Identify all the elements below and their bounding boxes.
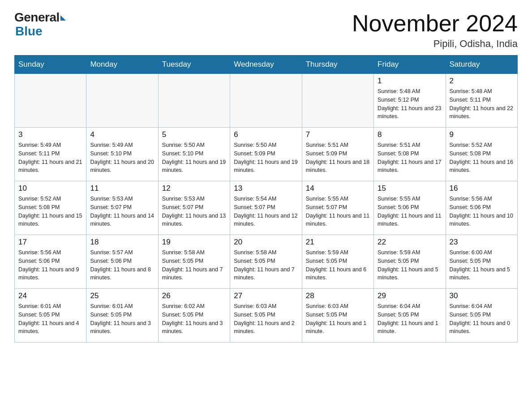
calendar-cell [302,74,373,128]
day-info: Sunrise: 5:52 AMSunset: 5:08 PMDaylight:… [18,195,82,228]
calendar-cell [15,74,86,128]
month-title: November 2024 [352,11,518,36]
weekday-header-wednesday: Wednesday [230,56,302,74]
day-number: 15 [378,184,442,193]
day-number: 30 [450,291,514,300]
weekday-header-friday: Friday [374,56,446,74]
day-info: Sunrise: 6:03 AMSunset: 5:05 PMDaylight:… [306,302,370,336]
calendar-cell: 14Sunrise: 5:55 AMSunset: 5:07 PMDayligh… [302,181,373,235]
day-info: Sunrise: 5:49 AMSunset: 5:11 PMDaylight:… [18,141,82,175]
calendar-cell: 26Sunrise: 6:02 AMSunset: 5:05 PMDayligh… [158,289,230,342]
day-info: Sunrise: 6:00 AMSunset: 5:05 PMDaylight:… [450,248,514,282]
day-number: 7 [306,130,370,139]
day-info: Sunrise: 5:59 AMSunset: 5:05 PMDaylight:… [378,248,442,282]
day-info: Sunrise: 5:57 AMSunset: 5:06 PMDaylight:… [90,248,154,282]
title-block: November 2024 Pipili, Odisha, India [352,11,518,50]
day-info: Sunrise: 6:04 AMSunset: 5:05 PMDaylight:… [450,302,514,336]
calendar-cell: 8Sunrise: 5:51 AMSunset: 5:08 PMDaylight… [374,128,446,181]
day-info: Sunrise: 5:55 AMSunset: 5:06 PMDaylight:… [378,195,442,228]
day-number: 2 [450,77,514,86]
day-number: 25 [90,291,154,300]
calendar-week-row: 1Sunrise: 5:48 AMSunset: 5:12 PMDaylight… [15,74,518,128]
calendar-cell: 22Sunrise: 5:59 AMSunset: 5:05 PMDayligh… [374,235,446,289]
day-number: 11 [90,184,154,193]
day-number: 5 [162,130,226,139]
calendar-cell: 29Sunrise: 6:04 AMSunset: 5:05 PMDayligh… [374,289,446,342]
day-info: Sunrise: 6:04 AMSunset: 5:05 PMDaylight:… [378,302,442,336]
day-info: Sunrise: 5:51 AMSunset: 5:09 PMDaylight:… [306,141,370,175]
day-info: Sunrise: 5:58 AMSunset: 5:05 PMDaylight:… [234,248,298,282]
weekday-header-row: SundayMondayTuesdayWednesdayThursdayFrid… [15,56,518,74]
calendar-cell: 9Sunrise: 5:52 AMSunset: 5:08 PMDaylight… [446,128,517,181]
location-title: Pipili, Odisha, India [352,38,518,50]
day-info: Sunrise: 6:01 AMSunset: 5:05 PMDaylight:… [18,302,82,336]
calendar-cell: 1Sunrise: 5:48 AMSunset: 5:12 PMDaylight… [374,74,446,128]
day-number: 10 [18,184,82,193]
weekday-header-saturday: Saturday [446,56,517,74]
day-info: Sunrise: 5:48 AMSunset: 5:11 PMDaylight:… [450,87,514,121]
day-info: Sunrise: 5:53 AMSunset: 5:07 PMDaylight:… [90,195,154,228]
logo: General Blue [14,11,66,39]
day-info: Sunrise: 5:59 AMSunset: 5:05 PMDaylight:… [306,248,370,282]
calendar-cell: 19Sunrise: 5:58 AMSunset: 5:05 PMDayligh… [158,235,230,289]
day-number: 8 [378,130,442,139]
calendar-cell: 28Sunrise: 6:03 AMSunset: 5:05 PMDayligh… [302,289,373,342]
day-number: 19 [162,238,226,247]
weekday-header-thursday: Thursday [302,56,373,74]
logo-general-text: General [14,11,60,25]
calendar-cell: 12Sunrise: 5:53 AMSunset: 5:07 PMDayligh… [158,181,230,235]
calendar-cell: 21Sunrise: 5:59 AMSunset: 5:05 PMDayligh… [302,235,373,289]
calendar-cell: 11Sunrise: 5:53 AMSunset: 5:07 PMDayligh… [86,181,158,235]
day-number: 22 [378,238,442,247]
calendar-cell: 27Sunrise: 6:03 AMSunset: 5:05 PMDayligh… [230,289,302,342]
calendar-cell: 7Sunrise: 5:51 AMSunset: 5:09 PMDaylight… [302,128,373,181]
day-info: Sunrise: 5:56 AMSunset: 5:06 PMDaylight:… [18,248,82,282]
day-info: Sunrise: 6:02 AMSunset: 5:05 PMDaylight:… [162,302,226,336]
calendar-cell: 20Sunrise: 5:58 AMSunset: 5:05 PMDayligh… [230,235,302,289]
day-info: Sunrise: 5:50 AMSunset: 5:10 PMDaylight:… [162,141,226,175]
day-info: Sunrise: 5:49 AMSunset: 5:10 PMDaylight:… [90,141,154,175]
day-info: Sunrise: 5:54 AMSunset: 5:07 PMDaylight:… [234,195,298,228]
page-header: General Blue November 2024 Pipili, Odish… [14,11,518,50]
day-number: 13 [234,184,298,193]
calendar-cell: 3Sunrise: 5:49 AMSunset: 5:11 PMDaylight… [15,128,86,181]
day-number: 21 [306,238,370,247]
day-number: 6 [234,130,298,139]
weekday-header-tuesday: Tuesday [158,56,230,74]
day-info: Sunrise: 5:51 AMSunset: 5:08 PMDaylight:… [378,141,442,175]
logo-blue-text: Blue [15,24,43,38]
calendar-cell: 5Sunrise: 5:50 AMSunset: 5:10 PMDaylight… [158,128,230,181]
calendar-cell: 24Sunrise: 6:01 AMSunset: 5:05 PMDayligh… [15,289,86,342]
day-number: 17 [18,238,82,247]
logo-arrow-icon [60,15,66,21]
day-info: Sunrise: 5:48 AMSunset: 5:12 PMDaylight:… [378,87,442,121]
day-number: 20 [234,238,298,247]
day-number: 3 [18,130,82,139]
calendar-cell: 16Sunrise: 5:56 AMSunset: 5:06 PMDayligh… [446,181,517,235]
calendar-cell [86,74,158,128]
weekday-header-sunday: Sunday [15,56,86,74]
day-number: 4 [90,130,154,139]
calendar-week-row: 3Sunrise: 5:49 AMSunset: 5:11 PMDaylight… [15,128,518,181]
day-info: Sunrise: 5:53 AMSunset: 5:07 PMDaylight:… [162,195,226,228]
day-number: 27 [234,291,298,300]
day-number: 16 [450,184,514,193]
day-number: 9 [450,130,514,139]
day-info: Sunrise: 6:01 AMSunset: 5:05 PMDaylight:… [90,302,154,336]
day-info: Sunrise: 5:52 AMSunset: 5:08 PMDaylight:… [450,141,514,175]
day-info: Sunrise: 5:50 AMSunset: 5:09 PMDaylight:… [234,141,298,175]
day-number: 14 [306,184,370,193]
day-info: Sunrise: 5:56 AMSunset: 5:06 PMDaylight:… [450,195,514,228]
day-number: 23 [450,238,514,247]
calendar-cell [230,74,302,128]
calendar-week-row: 10Sunrise: 5:52 AMSunset: 5:08 PMDayligh… [15,181,518,235]
day-number: 28 [306,291,370,300]
calendar-cell: 25Sunrise: 6:01 AMSunset: 5:05 PMDayligh… [86,289,158,342]
calendar-cell: 4Sunrise: 5:49 AMSunset: 5:10 PMDaylight… [86,128,158,181]
calendar-cell: 10Sunrise: 5:52 AMSunset: 5:08 PMDayligh… [15,181,86,235]
calendar-week-row: 24Sunrise: 6:01 AMSunset: 5:05 PMDayligh… [15,289,518,342]
day-info: Sunrise: 5:58 AMSunset: 5:05 PMDaylight:… [162,248,226,282]
calendar-cell: 17Sunrise: 5:56 AMSunset: 5:06 PMDayligh… [15,235,86,289]
day-number: 24 [18,291,82,300]
calendar-cell: 18Sunrise: 5:57 AMSunset: 5:06 PMDayligh… [86,235,158,289]
